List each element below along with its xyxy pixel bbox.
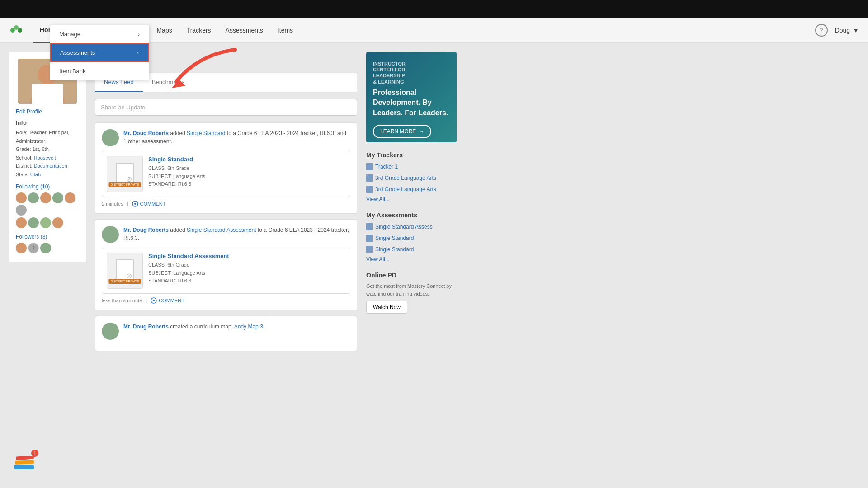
followers-title[interactable]: Followers (3) xyxy=(16,234,79,240)
svg-rect-14 xyxy=(14,465,34,469)
my-trackers-section: My Trackers Tracker 1 3rd Grade Language… xyxy=(366,151,457,202)
view-all-assessments-link[interactable]: View All... xyxy=(366,256,457,263)
feed-author-3[interactable]: Mr. Doug Roberts xyxy=(123,324,169,330)
svg-point-0 xyxy=(10,28,15,33)
dropdown-item-bank[interactable]: Item Bank xyxy=(50,62,149,80)
feed-author-1[interactable]: Mr. Doug Roberts xyxy=(123,130,169,136)
feed-text-1: Mr. Doug Roberts added Single Standard t… xyxy=(123,129,350,146)
state-info: State: Utah xyxy=(16,171,79,178)
ad-logo: INSTRUCTOR CENTER FOR LEADERSHIP & LEARN… xyxy=(373,61,450,85)
assess-item-2[interactable]: Single Standard xyxy=(366,234,457,243)
info-section: Info Role: Teacher, Principal, Administr… xyxy=(16,119,79,178)
feed-avatar-1 xyxy=(102,129,119,146)
district-link[interactable]: Documentation xyxy=(34,163,67,169)
feed-avatar-3 xyxy=(102,323,119,340)
left-sidebar: Edit Profile Info Role: Teacher, Princip… xyxy=(9,52,86,479)
feed-footer-1: 2 minutes | COMMENT xyxy=(102,201,350,207)
doc-icon xyxy=(366,163,373,170)
avatar[interactable] xyxy=(28,192,39,203)
user-menu-button[interactable]: Doug ▼ xyxy=(835,27,859,34)
assessment-standard-1: STANDARD: RI.6.3 xyxy=(148,180,205,188)
feed-text-3: Mr. Doug Roberts created a curriculum ma… xyxy=(123,323,263,340)
comment-button-1[interactable]: COMMENT xyxy=(132,201,166,207)
doc-icon xyxy=(366,235,373,242)
avatar[interactable] xyxy=(40,217,51,228)
svg-rect-7 xyxy=(32,84,63,104)
view-all-trackers-link[interactable]: View All... xyxy=(366,196,457,202)
svg-point-1 xyxy=(14,25,19,30)
nav-assessments[interactable]: Assessments xyxy=(218,18,270,43)
assess-item-1[interactable]: Single Standard Assess xyxy=(366,222,457,231)
dropdown-manage[interactable]: Manage › xyxy=(50,25,149,43)
followers-section: Followers (3) ? xyxy=(16,234,79,253)
following-avatars xyxy=(16,192,79,216)
feed-item-2-header: Mr. Doug Roberts added Single Standard A… xyxy=(102,226,350,243)
top-bar xyxy=(0,0,868,18)
avatar[interactable] xyxy=(52,217,63,228)
avatar[interactable] xyxy=(52,192,63,203)
nav-trackers[interactable]: Trackers xyxy=(179,18,218,43)
feed-item-link-3[interactable]: Andy Map 3 xyxy=(234,324,263,330)
feed-avatar-2 xyxy=(102,226,119,243)
feed-item-2: Mr. Doug Roberts added Single Standard A… xyxy=(95,219,357,310)
avatar[interactable] xyxy=(16,192,27,203)
dropdown-assessments[interactable]: Assessments › xyxy=(50,43,149,62)
assessment-class-2: CLASS: 6th Grade xyxy=(148,261,229,269)
user-caret-icon: ▼ xyxy=(853,27,859,34)
stack-icon: 1 xyxy=(14,450,38,474)
feed-item-1-header: Mr. Doug Roberts added Single Standard t… xyxy=(102,129,350,146)
ad-title: Professional Development. By Leaders. Fo… xyxy=(373,88,450,118)
edit-profile-link[interactable]: Edit Profile xyxy=(16,108,79,115)
bottom-stack-icon[interactable]: 1 xyxy=(14,450,38,474)
assessment-title-2[interactable]: Single Standard Assessment xyxy=(148,253,229,259)
feed-author-2[interactable]: Mr. Doug Roberts xyxy=(123,227,169,233)
logo[interactable] xyxy=(9,23,24,38)
following-title[interactable]: Following (10) xyxy=(16,183,79,190)
tracker-item-2[interactable]: 3rd Grade Language Arts xyxy=(366,174,457,183)
share-box[interactable]: Share an Update xyxy=(95,99,357,116)
tab-benchmarks[interactable]: Benchmarks xyxy=(143,73,193,92)
state-link[interactable]: Utah xyxy=(30,172,41,177)
avatar[interactable] xyxy=(40,192,51,203)
learn-more-button[interactable]: LEARN MORE → xyxy=(373,125,431,138)
nav-maps[interactable]: Maps xyxy=(149,18,179,43)
avatar[interactable] xyxy=(28,217,39,228)
help-button[interactable]: ? xyxy=(815,24,828,37)
manage-chevron-icon: › xyxy=(138,32,140,37)
avatar[interactable]: ? xyxy=(28,243,39,253)
stack-badge: 1 xyxy=(31,450,38,457)
feed-time-2: less than a minute xyxy=(102,298,142,303)
svg-rect-12 xyxy=(16,456,34,460)
role2-info: Administrator xyxy=(16,137,79,145)
tracker-item-3[interactable]: 3rd Grade Language Arts xyxy=(366,185,457,194)
district-private-badge-1: DISTRICT PRIVATE xyxy=(108,182,141,187)
online-pd-title: Online PD xyxy=(366,272,457,279)
school-info: School: Roosevelt xyxy=(16,154,79,162)
assessment-title-1[interactable]: Single Standard xyxy=(148,156,205,163)
avatar[interactable] xyxy=(40,243,51,253)
tracker-item-1[interactable]: Tracker 1 xyxy=(366,162,457,171)
district-private-badge-2: DISTRICT PRIVATE xyxy=(108,279,141,284)
doc-icon xyxy=(366,246,373,253)
feed-item-link-2[interactable]: Single Standard Assessment xyxy=(187,227,256,233)
right-sidebar: INSTRUCTOR CENTER FOR LEADERSHIP & LEARN… xyxy=(366,52,457,479)
doc-icon xyxy=(366,174,373,182)
profile-section: Edit Profile Info Role: Teacher, Princip… xyxy=(9,52,86,262)
nav-items[interactable]: Items xyxy=(270,18,300,43)
feed-item-link-1[interactable]: Single Standard xyxy=(187,130,225,136)
avatar[interactable] xyxy=(16,205,27,216)
ad-banner: INSTRUCTOR CENTER FOR LEADERSHIP & LEARN… xyxy=(366,52,457,142)
following-avatars-2 xyxy=(16,217,79,228)
comment-button-2[interactable]: COMMENT xyxy=(151,297,184,304)
assess-item-3[interactable]: Single Standard xyxy=(366,245,457,254)
avatar[interactable] xyxy=(16,243,27,253)
feed-item-3-header: Mr. Doug Roberts created a curriculum ma… xyxy=(102,323,350,340)
feed-time-1: 2 minutes xyxy=(102,201,123,206)
assessment-thumb-1: DISTRICT PRIVATE xyxy=(107,156,143,192)
watch-now-button[interactable]: Watch Now xyxy=(366,301,407,314)
school-link[interactable]: Roosevelt xyxy=(34,155,56,160)
nav-right: ? Doug ▼ xyxy=(815,24,859,37)
avatar[interactable] xyxy=(16,217,27,228)
main-content: Edit Profile Info Role: Teacher, Princip… xyxy=(0,43,868,488)
avatar[interactable] xyxy=(65,192,75,203)
